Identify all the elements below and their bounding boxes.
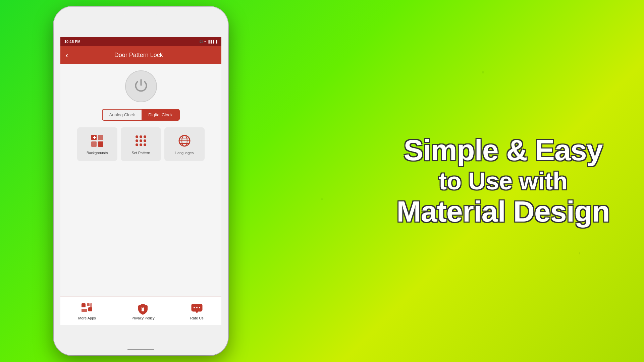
svg-marker-33 xyxy=(196,311,198,313)
svg-point-7 xyxy=(140,135,142,138)
languages-menu-item[interactable]: Languages xyxy=(164,127,205,161)
svg-point-14 xyxy=(144,143,146,146)
clock-toggle-group: Analog Clock Digital Clock xyxy=(102,109,180,121)
svg-rect-20 xyxy=(82,303,86,307)
svg-point-30 xyxy=(194,307,195,308)
languages-icon xyxy=(177,133,192,148)
svg-rect-1 xyxy=(98,135,103,140)
more-apps-label: More Apps xyxy=(78,316,96,320)
digital-clock-button[interactable]: Digital Clock xyxy=(142,110,179,120)
languages-label: Languages xyxy=(175,151,194,155)
privacy-policy-nav-item[interactable]: Privacy Policy xyxy=(131,303,154,320)
phone-notch xyxy=(121,7,161,15)
power-button-circle xyxy=(125,70,157,102)
svg-rect-22 xyxy=(90,303,92,307)
set-pattern-menu-item[interactable]: Set Pattern xyxy=(121,127,161,161)
svg-point-12 xyxy=(136,143,138,146)
status-icons: 🎧 ▾ ▐▐▐ ▐ xyxy=(199,40,217,43)
app-title: Door Pattern Lock xyxy=(73,52,204,59)
screen-content: 10:15 PM 🎧 ▾ ▐▐▐ ▐ ‹ Door Pattern Lock xyxy=(60,37,221,325)
svg-point-27 xyxy=(142,307,144,308)
bottom-nav: More Apps Privacy Policy xyxy=(60,297,221,325)
svg-rect-23 xyxy=(82,309,87,312)
backgrounds-icon xyxy=(90,133,105,148)
svg-point-11 xyxy=(144,139,146,142)
main-content: Analog Clock Digital Clock xyxy=(60,64,221,325)
set-pattern-icon xyxy=(133,133,148,148)
home-indicator xyxy=(127,349,154,350)
svg-point-8 xyxy=(144,135,146,138)
privacy-policy-icon xyxy=(137,303,149,315)
svg-point-9 xyxy=(136,139,138,142)
svg-point-10 xyxy=(140,139,142,142)
svg-rect-21 xyxy=(87,303,90,306)
svg-point-32 xyxy=(199,307,200,308)
svg-rect-26 xyxy=(142,309,144,311)
svg-point-6 xyxy=(136,135,138,138)
rate-us-nav-item[interactable]: Rate Us xyxy=(190,303,204,320)
privacy-policy-label: Privacy Policy xyxy=(131,316,154,320)
battery-icon: ▐ xyxy=(215,40,217,43)
phone-screen: 10:15 PM 🎧 ▾ ▐▐▐ ▐ ‹ Door Pattern Lock xyxy=(60,37,221,325)
back-arrow-icon[interactable]: ‹ xyxy=(66,51,68,59)
status-bar: 10:15 PM 🎧 ▾ ▐▐▐ ▐ xyxy=(60,37,221,46)
backgrounds-menu-item[interactable]: Backgrounds xyxy=(77,127,117,161)
rate-us-icon xyxy=(191,303,203,315)
promo-line2: to Use with xyxy=(389,167,617,195)
set-pattern-label: Set Pattern xyxy=(131,151,150,155)
svg-point-31 xyxy=(196,307,198,308)
menu-grid: Backgrounds xyxy=(66,127,216,161)
backgrounds-label: Backgrounds xyxy=(87,151,108,155)
svg-rect-3 xyxy=(98,141,103,147)
signal-icon: ▐▐▐ xyxy=(207,40,214,43)
promo-section: Simple & Easy to Use with Material Desig… xyxy=(389,134,617,228)
svg-point-13 xyxy=(140,143,142,146)
rate-us-label: Rate Us xyxy=(190,316,204,320)
promo-line1: Simple & Easy xyxy=(389,134,617,167)
phone-shell: 10:15 PM 🎧 ▾ ▐▐▐ ▐ ‹ Door Pattern Lock xyxy=(54,7,228,355)
more-apps-nav-item[interactable]: More Apps xyxy=(78,303,96,320)
svg-rect-2 xyxy=(91,141,97,147)
more-apps-icon xyxy=(81,303,93,315)
svg-rect-24 xyxy=(88,307,92,311)
headphone-icon: 🎧 xyxy=(199,40,203,43)
promo-line3: Material Design xyxy=(389,195,617,228)
wifi-icon: ▾ xyxy=(204,40,206,43)
power-icon xyxy=(132,77,150,96)
status-time: 10:15 PM xyxy=(64,40,80,44)
analog-clock-button[interactable]: Analog Clock xyxy=(103,110,142,120)
app-bar: ‹ Door Pattern Lock xyxy=(60,46,221,64)
phone-mockup: 10:15 PM 🎧 ▾ ▐▐▐ ▐ ‹ Door Pattern Lock xyxy=(54,7,228,355)
